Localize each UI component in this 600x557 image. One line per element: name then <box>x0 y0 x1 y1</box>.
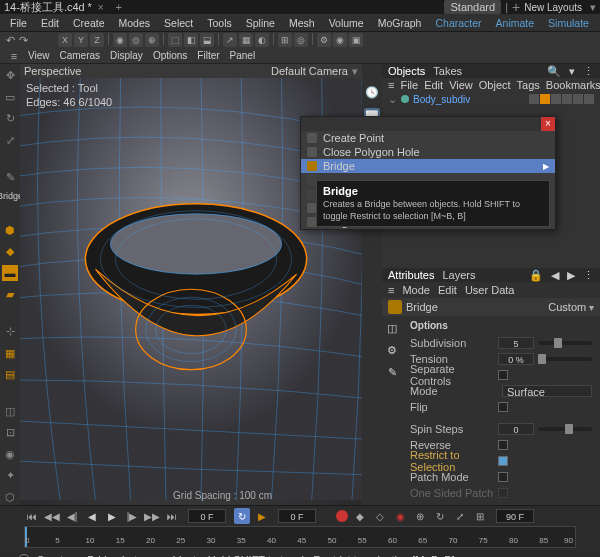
spin-field[interactable]: 0 <box>498 423 534 435</box>
separate-checkbox[interactable] <box>498 370 508 380</box>
snap-icon[interactable]: ▦ <box>2 345 18 360</box>
object-tag[interactable] <box>529 94 539 104</box>
tool-icon[interactable]: ⊕ <box>145 33 159 47</box>
tool-icon[interactable]: ✦ <box>2 468 18 483</box>
menu-tools[interactable]: Tools <box>201 15 238 31</box>
play-icon[interactable]: ▶ <box>104 508 120 524</box>
tool-icon[interactable]: ▣ <box>349 33 363 47</box>
tool-icon[interactable]: ◐ <box>255 33 269 47</box>
tension-field[interactable]: 0 % <box>498 353 534 365</box>
lock-icon[interactable]: 🔒 <box>529 269 543 282</box>
tool-icon[interactable]: ⊡ <box>2 425 18 440</box>
object-tag[interactable] <box>540 94 550 104</box>
restrict-checkbox[interactable] <box>498 456 508 466</box>
layout-label[interactable]: Standard <box>444 0 501 14</box>
tool-icon[interactable]: ◧ <box>184 33 198 47</box>
menu-modes[interactable]: Modes <box>113 15 157 31</box>
rect-select-icon[interactable]: ▭ <box>2 89 18 104</box>
close-icon[interactable]: × <box>541 117 555 131</box>
cube-icon[interactable]: ⬢ <box>2 222 18 237</box>
vp-menu-panel[interactable]: Panel <box>226 50 260 61</box>
subdivision-slider[interactable] <box>538 341 592 345</box>
vp-menu-view[interactable]: View <box>24 50 54 61</box>
goto-start-icon[interactable]: ⏮ <box>24 508 40 524</box>
point-mode-icon[interactable]: ◆ <box>2 244 18 259</box>
key-icon[interactable]: ↻ <box>432 508 448 524</box>
key-icon[interactable]: ◆ <box>352 508 368 524</box>
prev-frame-icon[interactable]: ◀| <box>64 508 80 524</box>
tool-icon[interactable]: ↗ <box>223 33 237 47</box>
menu-create[interactable]: Create <box>67 15 111 31</box>
axis-icon[interactable]: ⊹ <box>2 324 18 339</box>
obj-menu-view[interactable]: View <box>449 79 473 91</box>
obj-menu-edit[interactable]: Edit <box>424 79 443 91</box>
redo-icon[interactable]: ↷ <box>19 34 28 47</box>
object-tag[interactable] <box>573 94 583 104</box>
key-icon[interactable]: ⊞ <box>472 508 488 524</box>
spin-slider[interactable] <box>538 427 592 431</box>
tool-icon[interactable]: ◉ <box>2 447 18 462</box>
timeline-ruler[interactable]: 0 5 10 15 20 25 30 35 40 45 50 55 60 65 … <box>24 526 576 548</box>
menu-edit[interactable]: Edit <box>35 15 65 31</box>
attr-menu-userdata[interactable]: User Data <box>465 284 515 296</box>
menu-select[interactable]: Select <box>158 15 199 31</box>
play-back-icon[interactable]: ◀ <box>84 508 100 524</box>
attr-icon[interactable]: ◫ <box>384 320 400 336</box>
subdivision-field[interactable]: 5 <box>498 337 534 349</box>
undo-icon[interactable]: ↶ <box>6 34 15 47</box>
menu-item-create-point[interactable]: Create Point <box>301 131 555 145</box>
key-icon[interactable]: ◉ <box>392 508 408 524</box>
menu-file[interactable]: File <box>4 15 33 31</box>
menu-icon[interactable]: ⋮ <box>583 269 594 282</box>
goto-end-icon[interactable]: ⏭ <box>164 508 180 524</box>
obj-menu-bookmarks[interactable]: Bookmarks <box>546 79 600 91</box>
menu-animate[interactable]: Animate <box>490 15 541 31</box>
range-field[interactable]: 90 F <box>496 509 534 523</box>
workplane-icon[interactable]: ▤ <box>2 367 18 382</box>
rotate-tool-icon[interactable]: ↻ <box>2 111 18 126</box>
panel-menu-icon[interactable]: ≡ <box>388 284 394 296</box>
attr-icon[interactable]: ✎ <box>384 364 400 380</box>
scale-tool-icon[interactable]: ⤢ <box>2 132 18 147</box>
menu-character[interactable]: Character <box>429 15 487 31</box>
record-icon[interactable] <box>336 510 348 522</box>
reverse-checkbox[interactable] <box>498 440 508 450</box>
object-tag[interactable] <box>551 94 561 104</box>
chevron-icon[interactable]: ▾ <box>352 65 358 78</box>
vp-menu-filter[interactable]: Filter <box>193 50 223 61</box>
poly-mode-icon[interactable]: ▰ <box>2 287 18 302</box>
vp-menu-display[interactable]: Display <box>106 50 147 61</box>
key-icon[interactable]: ⊕ <box>412 508 428 524</box>
mode-dropdown[interactable]: Surface <box>502 385 592 397</box>
tool-icon[interactable]: ◉ <box>333 33 347 47</box>
next-frame-icon[interactable]: |▶ <box>124 508 140 524</box>
vp-menu-cameras[interactable]: Cameras <box>56 50 105 61</box>
axis-y-button[interactable]: Y <box>74 33 88 47</box>
obj-menu-file[interactable]: File <box>400 79 418 91</box>
nav-icon[interactable]: ◀ <box>551 269 559 282</box>
move-tool-icon[interactable]: ✥ <box>2 68 18 83</box>
axis-x-button[interactable]: X <box>58 33 72 47</box>
tab-close-icon[interactable]: × <box>98 2 104 13</box>
tool-icon[interactable]: ◎ <box>294 33 308 47</box>
flip-checkbox[interactable] <box>498 402 508 412</box>
tab-layers[interactable]: Layers <box>442 269 475 281</box>
object-row[interactable]: ⌄ Body_subdiv <box>382 92 600 106</box>
obj-menu-tags[interactable]: Tags <box>517 79 540 91</box>
current-frame-field[interactable]: 0 F <box>188 509 226 523</box>
tool-icon[interactable]: ⚙ <box>317 33 331 47</box>
tool-icon[interactable]: ⊞ <box>278 33 292 47</box>
key-icon[interactable]: ⤢ <box>452 508 468 524</box>
tool-icon[interactable]: ◎ <box>129 33 143 47</box>
menu-item-bridge[interactable]: Bridge▶ <box>301 159 555 173</box>
key-icon[interactable]: ◇ <box>372 508 388 524</box>
onesided-checkbox[interactable] <box>498 488 508 498</box>
menu-mograph[interactable]: MoGraph <box>372 15 428 31</box>
search-icon[interactable]: 🔍 <box>547 65 561 78</box>
tension-slider[interactable] <box>538 357 592 361</box>
tool-icon[interactable]: ▦ <box>239 33 253 47</box>
layout-add-icon[interactable]: + <box>512 0 520 15</box>
tool-icon[interactable]: ⬚ <box>168 33 182 47</box>
menu-spline[interactable]: Spline <box>240 15 281 31</box>
loop-icon[interactable]: ↻ <box>234 508 250 524</box>
